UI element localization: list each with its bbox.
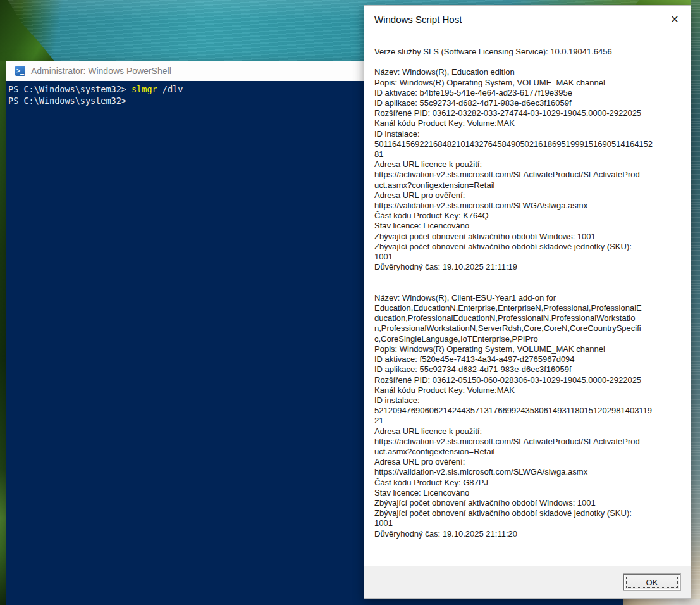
- prompt-text: PS C:\Windows\system32>: [8, 84, 132, 94]
- desktop: >_ Administrator: Windows PowerShell PS …: [0, 0, 700, 605]
- powershell-icon: >_: [15, 66, 25, 76]
- command-args: /dlv: [157, 84, 183, 94]
- desktop-wallpaper-beach-corner: [623, 599, 700, 605]
- prompt-text: PS C:\Windows\system32>: [8, 96, 126, 106]
- ok-button[interactable]: OK: [623, 574, 680, 590]
- wsh-dialog: Windows Script Host ✕ Verze služby SLS (…: [364, 5, 691, 599]
- dialog-message: Verze služby SLS (Software Licensing Ser…: [374, 47, 687, 539]
- close-button[interactable]: ✕: [666, 11, 683, 28]
- wsh-dialog-titlebar[interactable]: Windows Script Host ✕: [364, 6, 691, 31]
- desktop-wallpaper-left-edge: [0, 61, 6, 605]
- close-icon: ✕: [670, 15, 679, 25]
- command-text: slmgr: [132, 84, 157, 94]
- wsh-dialog-title: Windows Script Host: [374, 14, 462, 25]
- powershell-window-title: Administrator: Windows PowerShell: [31, 66, 171, 76]
- dialog-footer: OK: [364, 566, 691, 598]
- ok-button-label: OK: [646, 578, 658, 587]
- desktop-wallpaper-right-edge: [691, 0, 700, 605]
